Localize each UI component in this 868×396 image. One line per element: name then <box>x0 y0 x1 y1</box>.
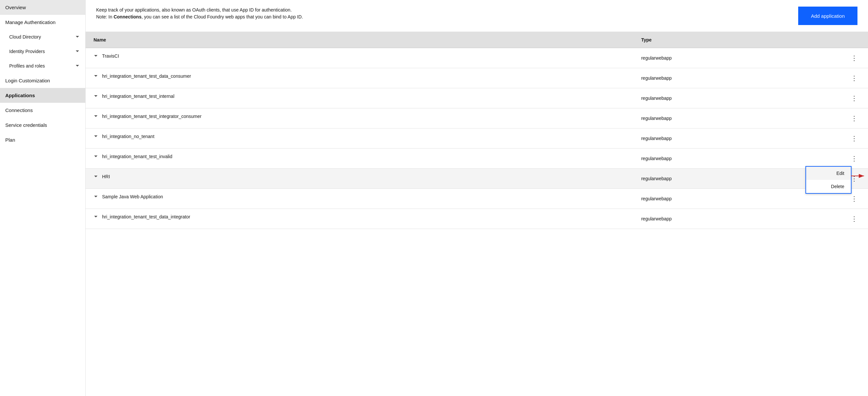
cell-name: hri_integration_tenant_test_data_integra… <box>86 209 633 225</box>
cell-type: regularwebapp <box>633 128 840 149</box>
table-row: hri_integration_tenant_test_invalid regu… <box>86 149 868 169</box>
cell-name: hri_integration_tenant_test_internal <box>86 88 633 104</box>
main-content: Keep track of your applications, also kn… <box>86 0 868 396</box>
cell-type: regularwebapp <box>633 109 840 128</box>
cell-actions: ⋮ Edit Delete <box>840 169 868 189</box>
app-name: hri_integration_tenant_test_data_integra… <box>102 214 190 219</box>
sidebar-item-identity-providers[interactable]: Identity Providers <box>0 44 85 59</box>
cell-actions: ⋮ <box>840 209 868 229</box>
row-chevron-icon[interactable] <box>94 74 98 79</box>
app-name: TravisCI <box>102 53 119 59</box>
table-row: hri_integration_tenant_test_integrator_c… <box>86 109 868 128</box>
sidebar-item-manage-auth[interactable]: Manage Authentication <box>0 15 85 30</box>
sidebar-item-label: Plan <box>5 137 15 143</box>
row-chevron-icon[interactable] <box>94 174 98 179</box>
cell-type: regularwebapp <box>633 48 840 68</box>
sidebar-item-label: Service credentials <box>5 122 47 128</box>
table-header-row: Name Type <box>86 32 868 48</box>
sidebar-item-cloud-directory[interactable]: Cloud Directory <box>0 30 85 44</box>
table-row: TravisCI regularwebapp ⋮ <box>86 48 868 68</box>
cell-type: regularwebapp <box>633 209 840 229</box>
row-chevron-icon[interactable] <box>94 94 98 98</box>
cell-name: Sample Java Web Application <box>86 189 633 205</box>
table-row: hri_integration_no_tenant regularwebapp … <box>86 128 868 149</box>
sidebar-item-profiles-roles[interactable]: Profiles and roles <box>0 59 85 73</box>
overflow-menu-button[interactable]: ⋮ <box>848 94 860 103</box>
table-row: Sample Java Web Application regularwebap… <box>86 189 868 209</box>
cell-type: regularwebapp <box>633 88 840 109</box>
app-name: hri_integration_tenant_test_internal <box>102 94 175 99</box>
cell-actions: ⋮ <box>840 88 868 109</box>
table-row: HRI regularwebapp ⋮ <box>86 169 868 189</box>
sidebar-item-label: Applications <box>5 93 35 98</box>
cell-name: hri_integration_tenant_test_invalid <box>86 149 633 164</box>
overflow-menu-button[interactable]: ⋮ <box>848 134 860 143</box>
app-name: hri_integration_no_tenant <box>102 134 154 139</box>
cell-type: regularwebapp <box>633 149 840 169</box>
app-name: hri_integration_tenant_test_integrator_c… <box>102 114 202 119</box>
cell-name: hri_integration_tenant_test_integrator_c… <box>86 109 633 124</box>
app-name: hri_integration_tenant_test_data_consume… <box>102 73 191 79</box>
sidebar-item-label: Manage Authentication <box>5 20 56 25</box>
sidebar: Overview Manage Authentication Cloud Dir… <box>0 0 86 396</box>
table-row: hri_integration_tenant_test_internal reg… <box>86 88 868 109</box>
cell-actions: ⋮ <box>840 149 868 169</box>
app-name: hri_integration_tenant_test_invalid <box>102 154 172 159</box>
row-chevron-icon[interactable] <box>94 214 98 219</box>
sidebar-item-applications[interactable]: Applications <box>0 88 85 103</box>
cell-type: regularwebapp <box>633 68 840 88</box>
row-chevron-icon[interactable] <box>94 194 98 199</box>
header-line2: Note: In Connections, you can see a list… <box>96 13 798 21</box>
chevron-down-icon <box>75 63 80 68</box>
overflow-menu-button[interactable]: ⋮ <box>848 154 860 163</box>
sidebar-item-login-customization[interactable]: Login Customization <box>0 73 85 88</box>
cell-name: hri_integration_tenant_test_data_consume… <box>86 68 633 84</box>
sidebar-item-label: Profiles and roles <box>9 63 45 68</box>
overflow-menu-button[interactable]: ⋮ <box>848 214 860 223</box>
overflow-menu-button[interactable]: ⋮ <box>848 73 860 83</box>
column-header-name: Name <box>86 32 633 48</box>
table-row: hri_integration_tenant_test_data_consume… <box>86 68 868 88</box>
sidebar-item-label: Identity Providers <box>9 49 45 54</box>
sidebar-item-label: Connections <box>5 108 33 113</box>
column-header-actions <box>840 32 868 48</box>
context-menu-edit[interactable]: Edit <box>806 167 851 180</box>
column-header-type: Type <box>633 32 840 48</box>
header-description: Keep track of your applications, also kn… <box>96 7 798 21</box>
cell-name: HRI <box>86 169 633 184</box>
context-menu-delete[interactable]: Delete <box>806 180 851 193</box>
row-chevron-icon[interactable] <box>94 54 98 58</box>
cell-actions: ⋮ <box>840 48 868 68</box>
overflow-menu-button[interactable]: ⋮ <box>848 53 860 63</box>
applications-table-container: Name Type TravisCI regularwebapp ⋮ <box>86 32 868 396</box>
cell-actions: ⋮ <box>840 128 868 149</box>
header-line1: Keep track of your applications, also kn… <box>96 7 798 13</box>
row-chevron-icon[interactable] <box>94 154 98 159</box>
overflow-menu-button[interactable]: ⋮ <box>848 194 860 203</box>
context-menu: Edit Delete <box>805 166 851 194</box>
sidebar-item-label: Login Customization <box>5 78 50 83</box>
sidebar-item-overview[interactable]: Overview <box>0 0 85 15</box>
sidebar-item-connections[interactable]: Connections <box>0 103 85 118</box>
sidebar-item-plan[interactable]: Plan <box>0 132 85 147</box>
overflow-menu-button[interactable]: ⋮ <box>848 114 860 123</box>
row-chevron-icon[interactable] <box>94 134 98 139</box>
cell-name: TravisCI <box>86 48 633 64</box>
applications-table: Name Type TravisCI regularwebapp ⋮ <box>86 32 868 229</box>
sidebar-item-service-credentials[interactable]: Service credentials <box>0 118 85 132</box>
chevron-down-icon <box>75 34 80 39</box>
cell-name: hri_integration_no_tenant <box>86 128 633 144</box>
sidebar-item-label: Overview <box>5 5 26 10</box>
cell-actions: ⋮ <box>840 109 868 128</box>
row-chevron-icon[interactable] <box>94 114 98 119</box>
table-row: hri_integration_tenant_test_data_integra… <box>86 209 868 229</box>
sidebar-item-label: Cloud Directory <box>9 34 41 39</box>
add-application-button[interactable]: Add application <box>798 7 858 25</box>
cell-actions: ⋮ <box>840 68 868 88</box>
header-bar: Keep track of your applications, also kn… <box>86 0 868 32</box>
app-name: HRI <box>102 174 110 179</box>
connections-link: Connections <box>114 14 142 20</box>
app-name: Sample Java Web Application <box>102 194 163 199</box>
chevron-down-icon <box>75 49 80 54</box>
